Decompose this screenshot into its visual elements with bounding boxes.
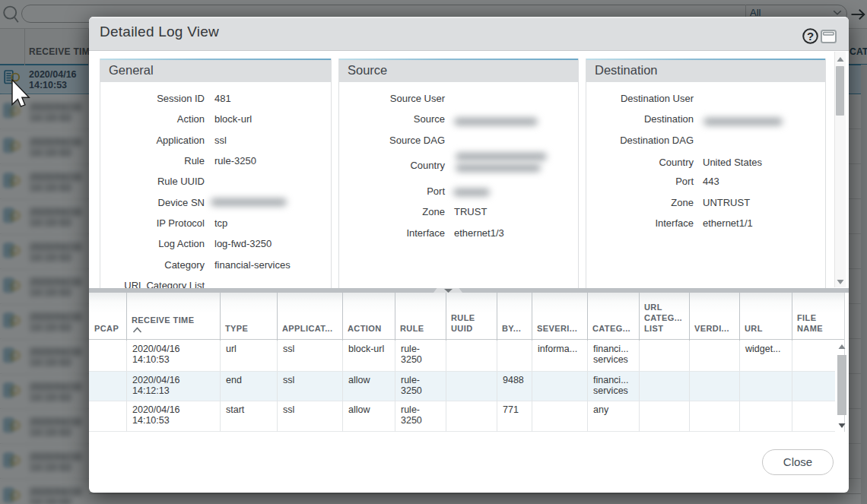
svg-text:?: ? [807, 30, 814, 43]
